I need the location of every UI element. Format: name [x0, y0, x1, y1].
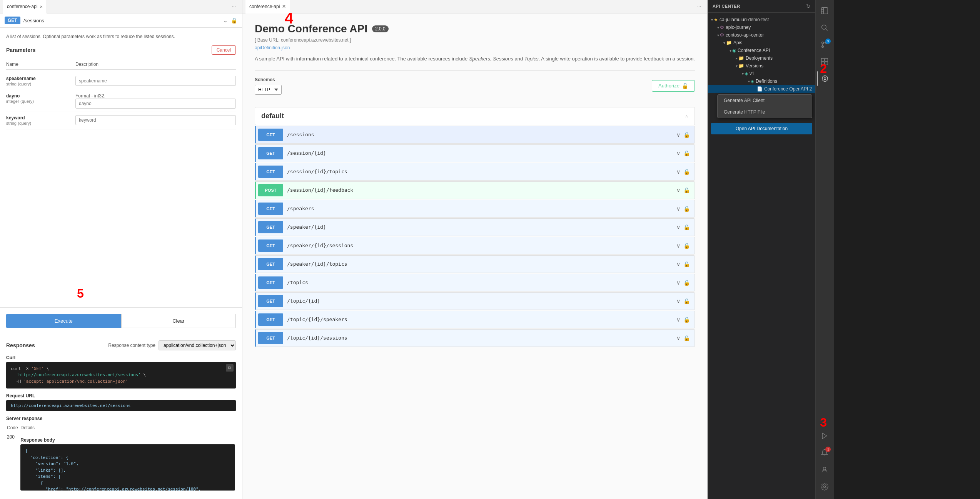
refresh-button[interactable]: ↻ [806, 3, 811, 9]
tree-item-ca-demo[interactable]: ▾ ★ ca-jullamuiuri-demo-test [708, 16, 815, 23]
lock-icon-session-topics: 🔒 [683, 169, 690, 175]
endpoint-row-session-feedback[interactable]: POST /session/{id}/feedback ∨ 🔒 [255, 181, 695, 199]
context-menu-generate-http[interactable]: Generate HTTP File [718, 106, 812, 118]
collapse-button[interactable]: ⌄ [223, 17, 228, 23]
params-header: Parameters Cancel [6, 45, 236, 55]
tree-item-openapi2[interactable]: ▸ 📄 Conference OpenAPI 2 [708, 85, 815, 93]
endpoint-method-get-speaker-topics: GET [258, 258, 283, 270]
lock-icon-speakers: 🔒 [683, 206, 690, 212]
response-type-select[interactable]: application/vnd.collection+json [159, 340, 236, 350]
api-center-icon[interactable] [817, 71, 832, 86]
params-table-header: Name Description [6, 59, 236, 70]
endpoint-path-topic-id: /topic/{id} [287, 298, 672, 304]
endpoint-row-topic-id[interactable]: GET /topic/{id} ∨ 🔒 [255, 292, 695, 310]
endpoint-method-get-sessions: GET [258, 129, 283, 141]
close-icon[interactable]: ✕ [40, 5, 43, 9]
left-tab-conference-api[interactable]: conference-api ✕ [3, 0, 47, 13]
tree-item-definitions[interactable]: ▾ ◈ Definitions [708, 77, 815, 85]
endpoint-row-speakers[interactable]: GET /speakers ∨ 🔒 [255, 200, 695, 218]
star-icon: ★ [714, 17, 718, 22]
runner-icon-contoso: ⚙ [720, 32, 724, 38]
param-row-keyword: keyword string (query) [6, 112, 236, 129]
tree-item-conference-api[interactable]: ▾ ◉ Conference API [708, 47, 815, 54]
open-api-documentation-button[interactable]: Open API Documentation [711, 123, 812, 134]
notifications-icon[interactable]: 1 [817, 445, 832, 460]
endpoint-row-topic-speakers[interactable]: GET /topic/{id}/speakers ∨ 🔒 [255, 311, 695, 328]
endpoint-path-topic-speakers: /topic/{id}/speakers [287, 316, 672, 322]
endpoint-row-topics[interactable]: GET /topics ∨ 🔒 [255, 274, 695, 291]
header-actions: ↻ [806, 3, 811, 9]
name-column-header: Name [6, 62, 75, 67]
right-panel-header: API CENTER ↻ [708, 0, 815, 13]
cancel-button[interactable]: Cancel [212, 45, 236, 55]
response-body-block: { "collection": { "version": "1.0", "lin… [20, 444, 235, 491]
endpoint-path-sessions: /sessions [287, 132, 672, 137]
desc-column-header: Description [75, 62, 236, 67]
accounts-icon[interactable] [817, 462, 832, 477]
clear-button[interactable]: Clear [121, 314, 236, 328]
authorize-lock-icon: 🔓 [682, 83, 688, 89]
run-debug-icon[interactable] [817, 428, 832, 444]
settings-icon[interactable] [817, 479, 832, 494]
api-meta: [ Base URL: conferenceapi.azurewebsites.… [255, 37, 695, 43]
svg-marker-11 [823, 433, 827, 439]
param-input-keyword[interactable] [75, 115, 236, 125]
authorize-button[interactable]: Authorize 🔓 [652, 80, 695, 92]
param-row-dayno: dayno integer (query) Format - int32. [6, 90, 236, 112]
schemes-select[interactable]: HTTP [255, 85, 282, 95]
tree-item-versions[interactable]: ▾ 📁 Versions [708, 62, 815, 70]
request-url-value: http://conferenceapi.azurewebsites.net/s… [11, 403, 130, 408]
endpoint-group-header[interactable]: default ∧ [255, 107, 695, 125]
version-icon-v1: ◈ [745, 71, 748, 76]
tree-item-v1[interactable]: ▾ ◈ v1 [708, 70, 815, 77]
svg-rect-0 [821, 8, 828, 14]
tree-label-contoso: contoso-api-center [726, 32, 764, 38]
endpoint-method-get-topic-id: GET [258, 295, 283, 307]
endpoint-row-session-id-topics[interactable]: GET /session/{id}/topics ∨ 🔒 [255, 163, 695, 181]
tree-item-contoso[interactable]: ▾ ⚙ contoso-api-center [708, 31, 815, 39]
tree-item-apis[interactable]: ▾ 📁 Apis [708, 39, 815, 47]
params-title: Parameters [6, 47, 35, 53]
context-menu-generate-client[interactable]: Generate API Client [718, 95, 812, 106]
tree-item-apic-journey[interactable]: ▾ ⚙ apic-journey [708, 23, 815, 31]
search-icon[interactable] [817, 20, 832, 35]
api-definition-link[interactable]: apiDefinition.json [255, 45, 290, 50]
tree-item-deployments[interactable]: ▸ 📁 Deployments [708, 54, 815, 62]
extensions-icon[interactable] [817, 54, 832, 69]
endpoint-row-sessions[interactable]: GET /sessions ∨ 🔒 [255, 126, 695, 144]
endpoint-row-speaker-topics[interactable]: GET /speaker/{id}/topics ∨ 🔒 [255, 255, 695, 273]
copy-curl-button[interactable]: ⧉ [226, 364, 234, 372]
tree-label-definitions: Definitions [756, 79, 777, 84]
lock-icon-session-feedback: 🔒 [683, 187, 690, 193]
chevron-down-icon-2: ∨ [676, 150, 680, 156]
endpoint-row-speaker-id[interactable]: GET /speaker/{id} ∨ 🔒 [255, 218, 695, 236]
arrow-icon-apis: ▾ [723, 41, 725, 45]
source-control-icon[interactable]: 9 [817, 37, 832, 52]
explorer-icon[interactable] [817, 3, 832, 18]
arrow-icon-v1: ▾ [742, 72, 744, 76]
tab-more-icon[interactable]: ··· [229, 4, 239, 9]
schemes-label: Schemes [255, 77, 282, 82]
svg-rect-7 [821, 62, 825, 65]
endpoint-row-topic-sessions[interactable]: GET /topic/{id}/sessions ∨ 🔒 [255, 329, 695, 347]
api-version-badge: 2.0.0 [372, 25, 389, 32]
param-input-speakername[interactable] [75, 76, 236, 86]
middle-close-icon[interactable]: ✕ [282, 4, 286, 9]
tree-label-versions: Versions [746, 63, 763, 69]
param-input-dayno[interactable] [75, 99, 236, 109]
details-col-header: Details [20, 424, 235, 432]
arrow-icon-deployments: ▸ [736, 56, 738, 60]
middle-tab-conference-api[interactable]: conference-api ✕ [245, 0, 290, 13]
group-collapse-icon: ∧ [685, 113, 688, 119]
execute-button[interactable]: Execute [6, 314, 121, 328]
tree-label-apic: apic-journey [726, 25, 751, 30]
endpoint-path-speaker-id: /speaker/{id} [287, 224, 672, 230]
curl-label: Curl [6, 355, 236, 360]
svg-point-13 [824, 486, 826, 488]
middle-tab-more-icon[interactable]: ··· [694, 4, 704, 9]
activity-bar: 9 1 [815, 0, 834, 499]
lock-button[interactable]: 🔒 [231, 17, 237, 23]
endpoint-row-session-id[interactable]: GET /session/{id} ∨ 🔒 [255, 144, 695, 162]
svg-rect-5 [821, 59, 825, 62]
endpoint-row-speaker-sessions[interactable]: GET /speaker/{id}/sessions ∨ 🔒 [255, 237, 695, 255]
